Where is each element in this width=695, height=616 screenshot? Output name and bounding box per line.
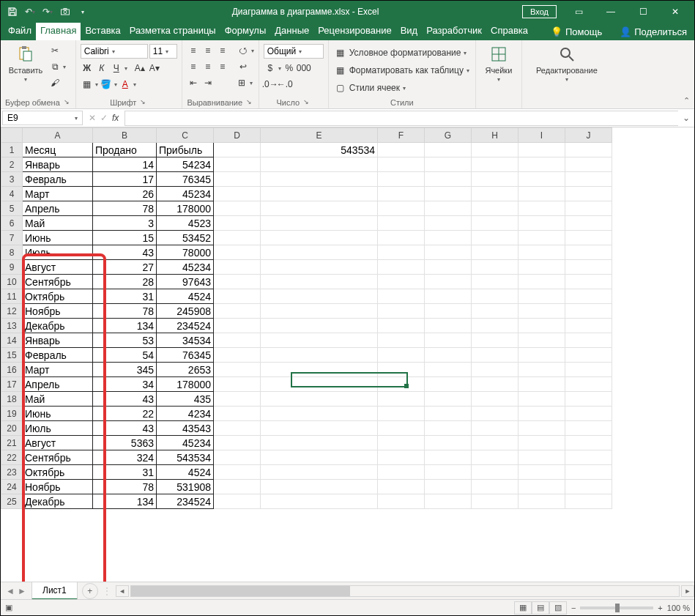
cell[interactable] — [565, 421, 612, 436]
cell[interactable] — [472, 450, 519, 465]
cell[interactable] — [261, 377, 378, 392]
cell[interactable] — [425, 245, 472, 260]
row-header[interactable]: 7 — [1, 231, 23, 245]
cell[interactable] — [472, 392, 519, 407]
cell[interactable]: 4524 — [157, 289, 214, 304]
column-header[interactable]: C — [157, 128, 214, 143]
decrease-indent-icon[interactable]: ⇤ — [187, 76, 200, 89]
cell[interactable] — [214, 436, 261, 450]
cell[interactable]: Август — [23, 436, 93, 450]
cell[interactable] — [472, 377, 519, 392]
cell[interactable]: Ноябрь — [23, 304, 93, 319]
cell[interactable] — [565, 260, 612, 275]
tab-file[interactable]: Файл — [4, 23, 36, 40]
decrease-decimal-icon[interactable]: ←.0 — [278, 78, 291, 91]
ribbon-display-options-icon[interactable]: ▭ — [562, 1, 595, 23]
cell[interactable] — [519, 494, 565, 509]
redo-icon[interactable]: ↷▾ — [42, 6, 53, 18]
cell[interactable] — [565, 319, 612, 333]
cell[interactable]: 14 — [93, 157, 157, 172]
maximize-button[interactable]: ☐ — [627, 1, 659, 23]
close-button[interactable]: ✕ — [659, 1, 691, 23]
cell[interactable] — [261, 260, 378, 275]
cell[interactable] — [378, 421, 425, 436]
cell[interactable] — [565, 333, 612, 348]
tab-view[interactable]: Вид — [396, 23, 423, 40]
cell[interactable]: Апрель — [23, 201, 93, 216]
cell[interactable] — [214, 392, 261, 407]
sign-in-button[interactable]: Вход — [522, 5, 557, 18]
cell[interactable]: Июнь — [23, 231, 93, 245]
cell[interactable]: 324 — [93, 450, 157, 465]
row-header[interactable]: 25 — [1, 494, 23, 509]
cell[interactable] — [261, 231, 378, 245]
cell[interactable] — [425, 172, 472, 187]
cell[interactable]: 134 — [93, 494, 157, 509]
cell[interactable] — [214, 363, 261, 377]
align-left-icon[interactable]: ≡ — [187, 60, 200, 73]
cell[interactable] — [519, 450, 565, 465]
cell[interactable]: Июнь — [23, 407, 93, 421]
cell[interactable] — [472, 172, 519, 187]
cell[interactable] — [565, 187, 612, 201]
cell[interactable] — [378, 231, 425, 245]
cell[interactable] — [425, 216, 472, 231]
row-header[interactable]: 16 — [1, 363, 23, 377]
cell[interactable] — [378, 201, 425, 216]
collapse-ribbon-icon[interactable]: ⌃ — [678, 92, 694, 108]
sheet-nav-prev-icon[interactable]: ◄ — [5, 586, 15, 596]
row-header[interactable]: 5 — [1, 201, 23, 216]
tab-data[interactable]: Данные — [270, 23, 313, 40]
cell[interactable] — [519, 289, 565, 304]
cell[interactable] — [472, 465, 519, 480]
save-icon[interactable] — [7, 6, 18, 18]
cell[interactable] — [425, 363, 472, 377]
cell[interactable]: 3 — [93, 216, 157, 231]
dialog-launcher-icon[interactable]: ↘ — [302, 98, 311, 107]
row-header[interactable]: 22 — [1, 450, 23, 465]
align-bottom-icon[interactable]: ≡ — [216, 44, 229, 57]
cell[interactable] — [214, 450, 261, 465]
share-button[interactable]: Поделиться — [634, 26, 687, 37]
cell[interactable] — [472, 407, 519, 421]
cell[interactable]: 45234 — [157, 260, 214, 275]
align-middle-icon[interactable]: ≡ — [201, 44, 215, 57]
format-painter-icon[interactable]: 🖌 — [48, 76, 62, 89]
cell[interactable] — [261, 275, 378, 289]
cell[interactable] — [565, 480, 612, 494]
cell[interactable] — [378, 436, 425, 450]
tab-help[interactable]: Справка — [486, 23, 532, 40]
cell[interactable]: 34 — [93, 377, 157, 392]
cell[interactable]: 4234 — [157, 407, 214, 421]
tab-formulas[interactable]: Формулы — [220, 23, 271, 40]
cell[interactable] — [565, 348, 612, 363]
fill-color-icon[interactable]: 🪣 — [100, 78, 113, 91]
cell[interactable] — [261, 436, 378, 450]
cell[interactable] — [261, 201, 378, 216]
tab-page-layout[interactable]: Разметка страницы — [125, 23, 220, 40]
cell[interactable] — [378, 392, 425, 407]
row-header[interactable]: 24 — [1, 480, 23, 494]
cell[interactable] — [214, 348, 261, 363]
cell[interactable] — [214, 172, 261, 187]
cell[interactable] — [472, 143, 519, 157]
editing-button[interactable]: Редактирование ▾ — [527, 42, 607, 85]
cell[interactable] — [378, 480, 425, 494]
row-header[interactable]: 13 — [1, 319, 23, 333]
cell[interactable]: 43 — [93, 245, 157, 260]
cell[interactable] — [425, 377, 472, 392]
cell[interactable]: 134 — [93, 319, 157, 333]
cell[interactable] — [214, 494, 261, 509]
cell[interactable] — [214, 245, 261, 260]
cell[interactable]: Июль — [23, 245, 93, 260]
cell[interactable]: Апрель — [23, 377, 93, 392]
row-header[interactable]: 11 — [1, 289, 23, 304]
row-header[interactable]: 4 — [1, 187, 23, 201]
cell[interactable]: Ноябрь — [23, 480, 93, 494]
cell[interactable] — [425, 157, 472, 172]
cell[interactable] — [378, 157, 425, 172]
cell[interactable] — [565, 392, 612, 407]
cell[interactable] — [519, 436, 565, 450]
cell[interactable] — [425, 304, 472, 319]
orientation-icon[interactable]: ⭯ — [237, 44, 250, 57]
